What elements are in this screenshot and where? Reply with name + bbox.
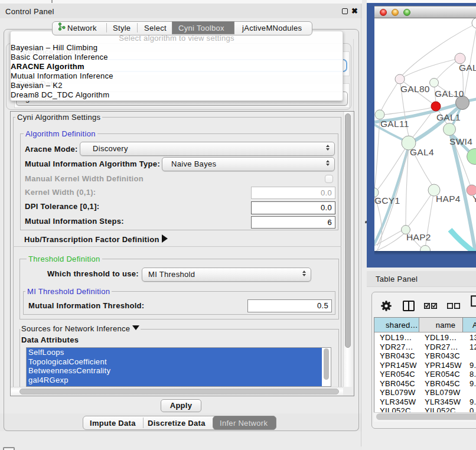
- svg-text:GAL11: GAL11: [380, 119, 409, 129]
- svg-text:SWI4: SWI4: [449, 136, 472, 146]
- svg-text:GAL4: GAL4: [410, 147, 434, 157]
- svg-text:GCY1: GCY1: [374, 195, 400, 206]
- svg-text:HAP2: HAP2: [406, 232, 431, 242]
- svg-text:HAP4: HAP4: [436, 194, 461, 204]
- svg-text:GAL8: GAL8: [459, 63, 476, 73]
- svg-text:Y: Y: [472, 194, 476, 204]
- svg-text:GAL1: GAL1: [436, 112, 461, 122]
- svg-text:GAL10: GAL10: [435, 89, 464, 99]
- svg-text:GAL80: GAL80: [400, 84, 430, 94]
